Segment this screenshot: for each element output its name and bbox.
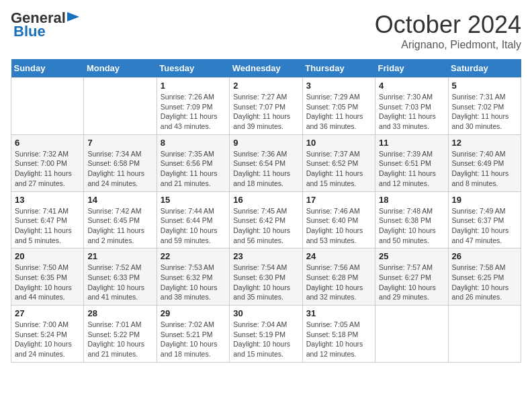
logo-blue: Blue — [13, 23, 46, 40]
day-info: Sunrise: 7:50 AM Sunset: 6:35 PM Dayligh… — [15, 263, 80, 302]
day-info: Sunrise: 7:49 AM Sunset: 6:37 PM Dayligh… — [452, 206, 517, 246]
calendar-header: SundayMondayTuesdayWednesdayThursdayFrid… — [11, 59, 521, 78]
calendar-cell: 15Sunrise: 7:44 AM Sunset: 6:44 PM Dayli… — [157, 191, 229, 248]
day-info: Sunrise: 7:44 AM Sunset: 6:44 PM Dayligh… — [161, 206, 226, 246]
day-info: Sunrise: 7:42 AM Sunset: 6:45 PM Dayligh… — [87, 206, 152, 246]
day-info: Sunrise: 7:32 AM Sunset: 7:00 PM Dayligh… — [15, 149, 80, 189]
svg-marker-0 — [67, 12, 79, 21]
day-number: 1 — [161, 81, 226, 91]
calendar-cell: 12Sunrise: 7:40 AM Sunset: 6:49 PM Dayli… — [448, 134, 521, 191]
calendar-cell: 17Sunrise: 7:46 AM Sunset: 6:40 PM Dayli… — [302, 191, 375, 248]
day-info: Sunrise: 7:30 AM Sunset: 7:03 PM Dayligh… — [379, 92, 444, 132]
day-info: Sunrise: 7:52 AM Sunset: 6:33 PM Dayligh… — [87, 263, 152, 302]
day-number: 24 — [306, 251, 371, 261]
page-header: General Blue October 2024 Arignano, Pied… — [11, 11, 521, 51]
title-block: October 2024 Arignano, Piedmont, Italy — [375, 11, 521, 51]
calendar-cell: 23Sunrise: 7:54 AM Sunset: 6:30 PM Dayli… — [230, 248, 302, 306]
calendar-cell: 5Sunrise: 7:31 AM Sunset: 7:02 PM Daylig… — [448, 78, 521, 135]
calendar-cell: 28Sunrise: 7:01 AM Sunset: 5:22 PM Dayli… — [84, 306, 157, 363]
day-number: 26 — [452, 251, 517, 261]
day-info: Sunrise: 7:34 AM Sunset: 6:58 PM Dayligh… — [87, 149, 152, 189]
calendar-cell: 1Sunrise: 7:26 AM Sunset: 7:09 PM Daylig… — [157, 78, 229, 135]
day-number: 29 — [161, 308, 226, 318]
calendar-cell: 19Sunrise: 7:49 AM Sunset: 6:37 PM Dayli… — [448, 191, 521, 248]
logo: General Blue — [11, 11, 79, 40]
weekday-row: SundayMondayTuesdayWednesdayThursdayFrid… — [11, 59, 521, 78]
day-info: Sunrise: 7:39 AM Sunset: 6:51 PM Dayligh… — [379, 149, 444, 189]
day-info: Sunrise: 7:04 AM Sunset: 5:19 PM Dayligh… — [233, 320, 298, 359]
day-number: 31 — [306, 308, 371, 318]
calendar-cell: 21Sunrise: 7:52 AM Sunset: 6:33 PM Dayli… — [84, 248, 157, 306]
day-number: 23 — [233, 251, 298, 261]
location: Arignano, Piedmont, Italy — [375, 39, 521, 51]
calendar-week-row: 27Sunrise: 7:00 AM Sunset: 5:24 PM Dayli… — [11, 306, 521, 363]
day-number: 11 — [379, 138, 444, 148]
calendar-cell — [375, 306, 448, 363]
day-number: 10 — [306, 138, 371, 148]
day-info: Sunrise: 7:36 AM Sunset: 6:54 PM Dayligh… — [233, 149, 298, 189]
calendar-cell — [84, 78, 157, 135]
calendar-table: SundayMondayTuesdayWednesdayThursdayFrid… — [11, 59, 521, 363]
day-number: 14 — [87, 195, 152, 205]
day-number: 5 — [452, 81, 517, 91]
day-info: Sunrise: 7:48 AM Sunset: 6:38 PM Dayligh… — [379, 206, 444, 246]
calendar-cell: 3Sunrise: 7:29 AM Sunset: 7:05 PM Daylig… — [302, 78, 375, 135]
day-number: 15 — [161, 195, 226, 205]
day-number: 9 — [233, 138, 298, 148]
day-info: Sunrise: 7:01 AM Sunset: 5:22 PM Dayligh… — [87, 320, 152, 359]
calendar-cell: 27Sunrise: 7:00 AM Sunset: 5:24 PM Dayli… — [11, 306, 84, 363]
weekday-header: Sunday — [11, 59, 84, 78]
day-number: 21 — [87, 251, 152, 261]
calendar-cell: 14Sunrise: 7:42 AM Sunset: 6:45 PM Dayli… — [84, 191, 157, 248]
day-number: 2 — [233, 81, 298, 91]
calendar-cell: 26Sunrise: 7:58 AM Sunset: 6:25 PM Dayli… — [448, 248, 521, 306]
weekday-header: Tuesday — [157, 59, 229, 78]
day-info: Sunrise: 7:26 AM Sunset: 7:09 PM Dayligh… — [161, 92, 226, 132]
calendar-cell: 9Sunrise: 7:36 AM Sunset: 6:54 PM Daylig… — [230, 134, 302, 191]
day-number: 8 — [161, 138, 226, 148]
calendar-cell: 20Sunrise: 7:50 AM Sunset: 6:35 PM Dayli… — [11, 248, 84, 306]
day-info: Sunrise: 7:58 AM Sunset: 6:25 PM Dayligh… — [452, 263, 517, 302]
calendar-cell: 22Sunrise: 7:53 AM Sunset: 6:32 PM Dayli… — [157, 248, 229, 306]
day-info: Sunrise: 7:46 AM Sunset: 6:40 PM Dayligh… — [306, 206, 371, 246]
day-info: Sunrise: 7:29 AM Sunset: 7:05 PM Dayligh… — [306, 92, 371, 132]
day-info: Sunrise: 7:40 AM Sunset: 6:49 PM Dayligh… — [452, 149, 517, 189]
day-info: Sunrise: 7:31 AM Sunset: 7:02 PM Dayligh… — [452, 92, 517, 132]
day-number: 12 — [452, 138, 517, 148]
day-number: 17 — [306, 195, 371, 205]
calendar-cell: 11Sunrise: 7:39 AM Sunset: 6:51 PM Dayli… — [375, 134, 448, 191]
calendar-cell: 6Sunrise: 7:32 AM Sunset: 7:00 PM Daylig… — [11, 134, 84, 191]
calendar-cell: 31Sunrise: 7:05 AM Sunset: 5:18 PM Dayli… — [302, 306, 375, 363]
day-info: Sunrise: 7:56 AM Sunset: 6:28 PM Dayligh… — [306, 263, 371, 302]
calendar-cell: 8Sunrise: 7:35 AM Sunset: 6:56 PM Daylig… — [157, 134, 229, 191]
day-number: 4 — [379, 81, 444, 91]
day-info: Sunrise: 7:54 AM Sunset: 6:30 PM Dayligh… — [233, 263, 298, 302]
calendar-cell: 29Sunrise: 7:02 AM Sunset: 5:21 PM Dayli… — [157, 306, 229, 363]
day-number: 25 — [379, 251, 444, 261]
day-info: Sunrise: 7:41 AM Sunset: 6:47 PM Dayligh… — [15, 206, 80, 246]
calendar-cell — [11, 78, 84, 135]
calendar-cell — [448, 306, 521, 363]
calendar-cell: 24Sunrise: 7:56 AM Sunset: 6:28 PM Dayli… — [302, 248, 375, 306]
weekday-header: Friday — [375, 59, 448, 78]
day-number: 6 — [15, 138, 80, 148]
day-info: Sunrise: 7:27 AM Sunset: 7:07 PM Dayligh… — [233, 92, 298, 132]
day-info: Sunrise: 7:05 AM Sunset: 5:18 PM Dayligh… — [306, 320, 371, 359]
day-number: 28 — [87, 308, 152, 318]
day-number: 18 — [379, 195, 444, 205]
day-number: 16 — [233, 195, 298, 205]
calendar-cell: 10Sunrise: 7:37 AM Sunset: 6:52 PM Dayli… — [302, 134, 375, 191]
calendar-cell: 16Sunrise: 7:45 AM Sunset: 6:42 PM Dayli… — [230, 191, 302, 248]
day-number: 13 — [15, 195, 80, 205]
day-number: 3 — [306, 81, 371, 91]
weekday-header: Wednesday — [230, 59, 302, 78]
day-number: 27 — [15, 308, 80, 318]
day-info: Sunrise: 7:35 AM Sunset: 6:56 PM Dayligh… — [161, 149, 226, 189]
month-title: October 2024 — [375, 11, 521, 39]
logo-arrow-icon — [67, 11, 79, 23]
day-number: 7 — [87, 138, 152, 148]
calendar-cell: 13Sunrise: 7:41 AM Sunset: 6:47 PM Dayli… — [11, 191, 84, 248]
calendar-cell: 4Sunrise: 7:30 AM Sunset: 7:03 PM Daylig… — [375, 78, 448, 135]
day-info: Sunrise: 7:53 AM Sunset: 6:32 PM Dayligh… — [161, 263, 226, 302]
calendar-cell: 2Sunrise: 7:27 AM Sunset: 7:07 PM Daylig… — [230, 78, 302, 135]
